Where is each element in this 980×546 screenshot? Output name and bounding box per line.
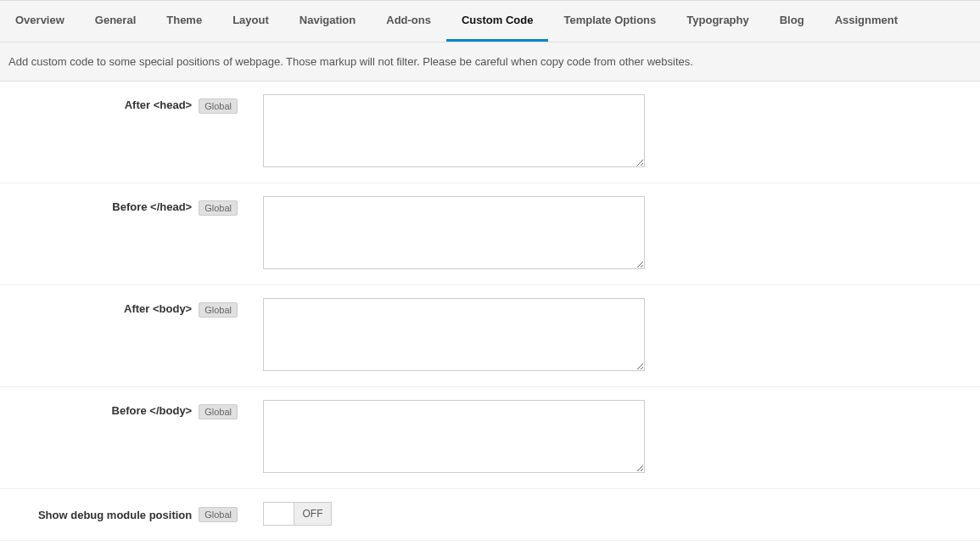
badge-global: Global [199,302,238,318]
label-before-body: Before </body> [112,404,193,417]
section-description: Add custom code to some special position… [0,42,980,82]
badge-global: Global [199,507,238,522]
textarea-after-head[interactable] [263,94,645,167]
textarea-before-head[interactable] [263,196,645,269]
toggle-off-segment: OFF [294,503,331,525]
row-debug-position: Show debug module position Global OFF [0,489,980,541]
row-before-head: Before </head> Global [0,183,980,285]
label-after-body: After <body> [124,302,192,315]
badge-global: Global [199,200,238,216]
tab-layout[interactable]: Layout [217,1,284,42]
tab-overview[interactable]: Overview [0,1,80,42]
badge-global: Global [199,404,238,419]
textarea-before-body[interactable] [263,400,645,473]
toggle-on-segment [264,503,294,525]
tab-general[interactable]: General [80,1,151,42]
tab-blog[interactable]: Blog [764,1,820,42]
badge-global: Global [199,99,238,114]
tab-theme[interactable]: Theme [151,1,217,42]
toggle-debug-position[interactable]: OFF [263,502,332,526]
label-after-head: After <head> [125,99,192,111]
label-debug-position: Show debug module position [38,509,192,521]
tab-template-options[interactable]: Template Options [548,1,671,42]
tab-navigation[interactable]: Navigation [284,1,371,42]
tab-typography[interactable]: Typography [671,1,764,42]
tab-custom-code[interactable]: Custom Code [446,1,549,42]
tab-bar: Overview General Theme Layout Navigation… [0,0,980,42]
row-after-head: After <head> Global [0,82,980,183]
tab-addons[interactable]: Add-ons [371,1,446,42]
textarea-after-body[interactable] [263,298,645,371]
row-before-body: Before </body> Global [0,387,980,489]
label-before-head: Before </head> [112,200,192,213]
tab-assignment[interactable]: Assignment [820,1,913,42]
row-after-body: After <body> Global [0,285,980,387]
